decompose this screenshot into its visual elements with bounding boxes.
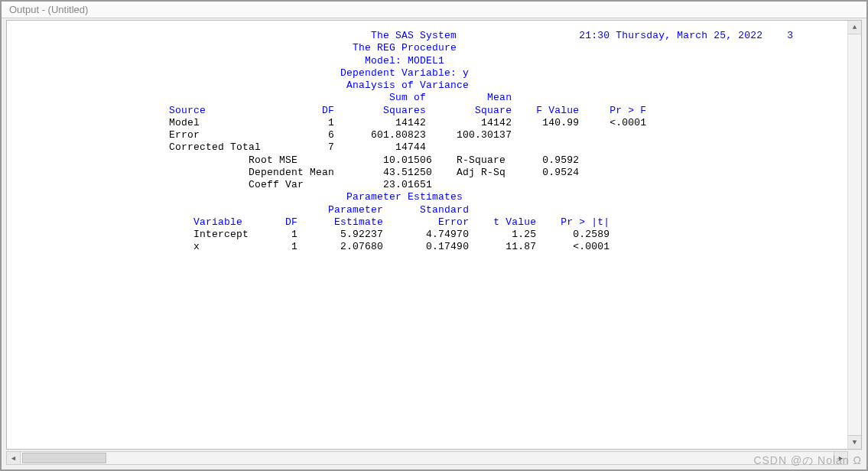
param-hdr-pe1: Parameter xyxy=(297,204,383,216)
window-titlebar: Output - (Untitled) xyxy=(2,2,866,18)
param-var: x xyxy=(193,241,267,252)
output-line: Corrected Total 7 14744 xyxy=(22,141,832,154)
param-hdr-var: Variable xyxy=(193,216,267,228)
system-title: The SAS System xyxy=(371,30,579,41)
anova-source: Model xyxy=(169,117,304,128)
fit-rlabel xyxy=(457,179,518,190)
page-datetime: 21:30 Thursday, March 25, 2022 xyxy=(579,30,781,41)
anova-ms: 14142 xyxy=(426,117,512,128)
depvar-title: Dependent Variable: y xyxy=(22,67,793,79)
anova-title: Analysis of Variance xyxy=(22,80,793,91)
fit-label: Root MSE xyxy=(249,154,359,166)
output-line: Dependent Variable: y xyxy=(22,67,832,80)
scroll-left-arrow-icon[interactable]: ◀ xyxy=(7,452,21,464)
anova-fv xyxy=(512,141,579,153)
fit-rlabel: Adj R-Sq xyxy=(457,167,518,178)
param-hdr-df: DF xyxy=(267,216,297,228)
anova-source: Error xyxy=(169,129,304,141)
output-line: Model: MODEL1 xyxy=(22,55,832,67)
param-se: 4.74970 xyxy=(383,229,469,240)
fit-rvalue xyxy=(518,179,579,190)
proc-title: The REG Procedure xyxy=(22,42,793,54)
param-hdr-pe2: Estimate xyxy=(297,216,383,228)
param-var: Intercept xyxy=(193,229,267,240)
fit-rvalue: 0.9524 xyxy=(518,167,579,178)
model-title: Model: MODEL1 xyxy=(22,55,793,67)
fit-rlabel: R-Square xyxy=(457,154,518,166)
anova-ms: 100.30137 xyxy=(426,129,512,141)
fit-label: Dependent Mean xyxy=(249,167,359,178)
param-df: 1 xyxy=(267,241,297,252)
output-line: Variable DF Estimate Error t Value Pr > … xyxy=(22,216,832,229)
fit-label: Coeff Var xyxy=(249,179,359,190)
param-hdr-pt: Pr > |t| xyxy=(536,216,610,228)
horizontal-scroll-thumb[interactable] xyxy=(22,453,106,463)
anova-fv xyxy=(512,129,579,141)
output-line: Model 1 14142 14142 140.99 <.0001 xyxy=(22,117,832,129)
output-line: Analysis of Variance xyxy=(22,80,832,92)
param-tv: 11.87 xyxy=(469,241,536,252)
anova-df: 7 xyxy=(304,141,334,153)
anova-ms xyxy=(426,141,512,153)
output-line: Dependent Mean 43.51250 Adj R-Sq 0.9524 xyxy=(22,167,832,179)
param-hdr-se1: Standard xyxy=(383,204,469,216)
param-df: 1 xyxy=(267,229,297,240)
param-est: 5.92237 xyxy=(297,229,383,240)
anova-df: 1 xyxy=(304,117,334,128)
param-tv: 1.25 xyxy=(469,229,536,240)
page-number: 3 xyxy=(781,30,793,41)
anova-fv: 140.99 xyxy=(512,117,579,128)
anova-ss: 14142 xyxy=(334,117,426,128)
output-line: Parameter Standard xyxy=(22,204,832,216)
anova-hdr-ss1: Sum of xyxy=(334,92,426,103)
output-line: Parameter Estimates xyxy=(22,191,832,203)
anova-hdr-fv: F Value xyxy=(512,105,579,116)
param-pt: <.0001 xyxy=(536,241,610,252)
param-hdr-se2: Error xyxy=(383,216,469,228)
anova-hdr-ss2: Squares xyxy=(334,105,426,116)
output-line: Coeff Var 23.01651 xyxy=(22,179,832,191)
param-se: 0.17490 xyxy=(383,241,469,252)
anova-hdr-df: DF xyxy=(304,105,334,116)
output-line: Sum of Mean xyxy=(22,92,832,104)
fit-value: 10.01506 xyxy=(359,154,432,166)
param-est: 2.07680 xyxy=(297,241,383,252)
anova-ss: 601.80823 xyxy=(334,129,426,141)
anova-ss: 14744 xyxy=(334,141,426,153)
fit-rvalue: 0.9592 xyxy=(518,154,579,166)
anova-df: 6 xyxy=(304,129,334,141)
anova-pf xyxy=(579,129,646,141)
anova-pf: <.0001 xyxy=(579,117,646,128)
vertical-scrollbar[interactable]: ▲ ▼ xyxy=(847,21,861,449)
scroll-right-arrow-icon[interactable]: ▶ xyxy=(834,452,847,464)
anova-source: Corrected Total xyxy=(169,141,304,153)
fit-value: 23.01651 xyxy=(359,179,432,190)
output-pane: The SAS System 21:30 Thursday, March 25,… xyxy=(6,20,862,450)
scroll-down-arrow-icon[interactable]: ▼ xyxy=(848,435,861,449)
anova-pf xyxy=(579,141,646,153)
anova-hdr-ms2: Square xyxy=(426,105,512,116)
scroll-up-arrow-icon[interactable]: ▲ xyxy=(848,21,861,34)
param-hdr-tv: t Value xyxy=(469,216,536,228)
output-line: x 1 2.07680 0.17490 11.87 <.0001 xyxy=(22,241,832,253)
output-line: The REG Procedure xyxy=(22,42,832,54)
param-title: Parameter Estimates xyxy=(22,191,793,203)
sas-output-content: The SAS System 21:30 Thursday, March 25,… xyxy=(7,21,847,449)
output-line: Source DF Squares Square F Value Pr > F xyxy=(22,105,832,117)
param-pt: 0.2589 xyxy=(536,229,610,240)
fit-value: 43.51250 xyxy=(359,167,432,178)
anova-hdr-pf: Pr > F xyxy=(579,105,646,116)
horizontal-scrollbar[interactable]: ◀ ▶ xyxy=(6,451,848,465)
output-line: Error 6 601.80823 100.30137 xyxy=(22,129,832,141)
anova-hdr-ms1: Mean xyxy=(426,92,512,103)
output-line: Intercept 1 5.92237 4.74970 1.25 0.2589 xyxy=(22,229,832,241)
window-title: Output - (Untitled) xyxy=(9,4,88,15)
output-line: The SAS System 21:30 Thursday, March 25,… xyxy=(22,30,832,42)
anova-hdr-source: Source xyxy=(169,105,304,116)
output-line: Root MSE 10.01506 R-Square 0.9592 xyxy=(22,154,832,167)
